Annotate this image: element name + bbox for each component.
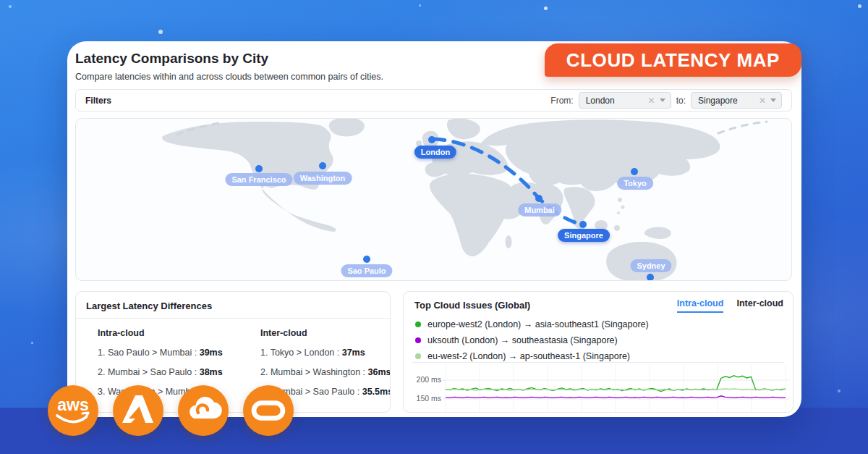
city-dot <box>535 195 542 202</box>
sparkle-dot <box>419 4 421 7</box>
city-marker-mumbai[interactable]: Mumbai <box>518 203 561 217</box>
city-marker-sao-paulo[interactable]: Sao Paulo <box>341 264 392 277</box>
legend-label: europe-west2 (London) → asia-southeast1 … <box>427 319 649 329</box>
issues-tabs: Intra-cloudInter-cloud <box>677 298 783 313</box>
chevron-down-icon[interactable] <box>770 98 776 102</box>
cloud-issues-panel: Top Cloud Issues (Global) Intra-cloudInt… <box>403 291 793 413</box>
azure-icon <box>113 385 163 436</box>
latency-column-header: Intra-cloud <box>98 328 217 338</box>
world-map-panel: San FranciscoWashingtonLondonSao PauloMu… <box>75 118 792 281</box>
page-title: Latency Comparisons by City <box>75 51 383 67</box>
latency-list-item: 2. Mumbai > Sao Paulo : 38ms <box>98 367 217 377</box>
to-city-value: Singapore <box>698 96 738 106</box>
legend-item: europe-west2 (London) → asia-southeast1 … <box>415 316 649 332</box>
from-city-select[interactable]: London ✕ <box>579 92 671 109</box>
latency-line-chart <box>404 364 793 413</box>
dashboard-card: Latency Comparisons by City Compare late… <box>67 41 801 417</box>
chevron-down-icon[interactable] <box>660 98 665 102</box>
city-marker-tokyo[interactable]: Tokyo <box>617 177 653 190</box>
city-dot <box>647 274 654 281</box>
from-city-value: London <box>586 96 615 106</box>
tab-inter-cloud[interactable]: Inter-cloud <box>736 298 783 313</box>
city-dot <box>255 165 263 172</box>
latency-list-item: 1. Sao Paulo > Mumbai : 39ms <box>98 348 217 358</box>
filters-label: Filters <box>85 96 111 106</box>
oracle-icon <box>243 385 294 436</box>
card-header: Latency Comparisons by City Compare late… <box>75 51 383 82</box>
sparkle-dot <box>858 4 861 8</box>
to-label: to: <box>676 96 686 106</box>
tab-intra-cloud[interactable]: Intra-cloud <box>677 298 724 313</box>
latency-list-item: 1. Tokyo > London : 37ms <box>260 348 380 358</box>
legend-label: eu-west-2 (London) → ap-southeast-1 (Sin… <box>427 351 630 361</box>
city-dot <box>428 136 435 143</box>
google-cloud-icon <box>178 385 229 436</box>
legend-dot-icon <box>415 321 421 327</box>
to-city-select[interactable]: Singapore ✕ <box>691 92 782 109</box>
divider <box>412 362 784 363</box>
panel-title: Largest Latency Differences <box>86 300 212 311</box>
city-marker-washington[interactable]: Washington <box>294 172 352 185</box>
cloud-latency-map-badge: CLOUD LATENCY MAP <box>545 43 801 77</box>
sparkle-dot <box>31 342 33 344</box>
filters-bar: Filters From: London ✕ to: Singapore ✕ <box>75 89 792 112</box>
from-label: From: <box>550 96 573 106</box>
aws-icon: aws <box>48 385 98 436</box>
city-dot <box>631 168 638 175</box>
page-background: { "badge": { "label": "CLOUD LATENCY MAP… <box>0 0 868 454</box>
sparkle-dot <box>9 5 12 8</box>
svg-text:aws: aws <box>57 395 88 414</box>
page-subtitle: Compare latencies within and across clou… <box>75 72 383 82</box>
legend-dot-icon <box>415 353 421 359</box>
latency-list-item: 2. Mumbai > Washington : 36ms <box>260 367 380 377</box>
sparkle-dot <box>158 30 163 34</box>
latency-column-header: Inter-cloud <box>260 328 380 338</box>
legend-item: uksouth (London) → southeastasia (Singap… <box>415 332 649 348</box>
panel-title: Top Cloud Issues (Global) <box>414 300 530 311</box>
divider <box>76 318 390 319</box>
sparkle-dot <box>544 7 548 10</box>
clear-from-icon[interactable]: ✕ <box>648 96 655 105</box>
sparkle-dot <box>838 390 841 392</box>
city-marker-london[interactable]: London <box>414 146 456 159</box>
clear-to-icon[interactable]: ✕ <box>759 96 766 105</box>
badge-label: CLOUD LATENCY MAP <box>566 49 780 72</box>
city-dot <box>319 162 326 169</box>
city-marker-san-francisco[interactable]: San Francisco <box>225 173 292 186</box>
world-map <box>76 119 792 281</box>
city-marker-sydney[interactable]: Sydney <box>630 259 671 272</box>
legend-dot-icon <box>415 337 421 343</box>
city-dot <box>363 256 370 263</box>
city-marker-singapore[interactable]: Singapore <box>558 229 610 242</box>
city-dot <box>579 221 587 228</box>
legend-label: uksouth (London) → southeastasia (Singap… <box>427 335 618 345</box>
